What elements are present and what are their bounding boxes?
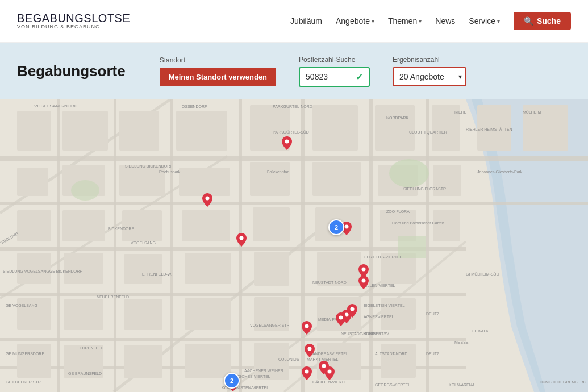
svg-point-142 (351, 307, 355, 311)
map-pin-red[interactable] (302, 321, 312, 335)
svg-point-137 (240, 236, 244, 240)
nav-news[interactable]: News (435, 16, 455, 26)
ergebnis-select-wrap: 10 Angebote 20 Angebote 50 Angebote 100 … (393, 67, 466, 86)
plz-input[interactable] (306, 72, 351, 81)
nav-service[interactable]: Service ▾ (469, 16, 500, 26)
map-container: VOGELSANG-NORD SIEDLUNG NEUEHRENFELD EHR… (0, 99, 588, 392)
site-header: BEGABUNGSLOTSE VON BILDUNG & BEGABUNG Ju… (0, 0, 588, 43)
logo-light: LOTSE (91, 12, 130, 24)
ergebnis-label: Ergebnisanzahl (393, 56, 466, 64)
controls-bar: Begabungsorte Standort Meinen Standort v… (0, 43, 588, 99)
map-pin-red[interactable] (336, 312, 346, 326)
ergebnis-select[interactable]: 10 Angebote 20 Angebote 50 Angebote 100 … (393, 67, 466, 86)
logo-subtitle: VON BILDUNG & BEGABUNG (17, 24, 130, 30)
map-pin-red[interactable] (358, 276, 369, 289)
plz-group: Postleitzahl-Suche ✓ (299, 56, 370, 87)
chevron-down-icon: ▾ (497, 18, 500, 24)
search-icon: 🔍 (524, 16, 533, 26)
map-area: VOGELSANG-NORD SIEDLUNG NEUEHRENFELD EHR… (0, 99, 588, 392)
plz-input-wrap: ✓ (299, 67, 370, 87)
standort-button[interactable]: Meinen Standort verwenden (160, 68, 276, 86)
nav-jubilaeum[interactable]: Jubiläum (290, 16, 322, 26)
logo-bold: BEGABUNGS (17, 12, 91, 24)
svg-point-144 (305, 324, 309, 328)
page-title: Begabungsorte (17, 62, 126, 80)
main-nav: Jubiläum Angebote ▾ Themen ▾ News Servic… (290, 12, 571, 30)
map-pin-cluster[interactable]: 2 (224, 373, 240, 389)
nav-themen[interactable]: Themen ▾ (388, 16, 422, 26)
map-pin-red[interactable] (347, 304, 357, 318)
map-pin-red[interactable] (302, 366, 312, 380)
nav-angebote[interactable]: Angebote ▾ (336, 16, 374, 26)
logo-text: BEGABUNGSLOTSE (17, 12, 130, 24)
standort-label: Standort (160, 56, 276, 64)
svg-point-149 (328, 370, 332, 374)
standort-group: Standort Meinen Standort verwenden (160, 56, 276, 86)
svg-point-145 (308, 347, 312, 351)
svg-point-135 (285, 140, 289, 144)
svg-point-147 (305, 370, 309, 374)
map-pin-red[interactable] (202, 193, 212, 207)
check-icon: ✓ (356, 72, 363, 82)
map-pin-red[interactable] (324, 366, 335, 380)
map-pin-red[interactable] (305, 344, 315, 357)
svg-point-139 (362, 268, 366, 272)
svg-point-140 (362, 279, 366, 283)
map-pins: 22 (0, 99, 588, 392)
ergebnis-group: Ergebnisanzahl 10 Angebote 20 Angebote 5… (393, 56, 466, 86)
svg-point-138 (345, 225, 349, 229)
map-pin-red[interactable] (236, 233, 247, 247)
svg-point-136 (206, 197, 210, 201)
svg-point-143 (339, 316, 343, 320)
map-pin-red[interactable] (282, 136, 292, 150)
search-button[interactable]: 🔍 Suche (514, 12, 571, 30)
chevron-down-icon: ▾ (372, 18, 374, 24)
plz-label: Postleitzahl-Suche (299, 56, 370, 64)
chevron-down-icon: ▾ (419, 18, 422, 24)
logo: BEGABUNGSLOTSE VON BILDUNG & BEGABUNG (17, 12, 130, 30)
map-pin-cluster[interactable]: 2 (328, 219, 344, 235)
